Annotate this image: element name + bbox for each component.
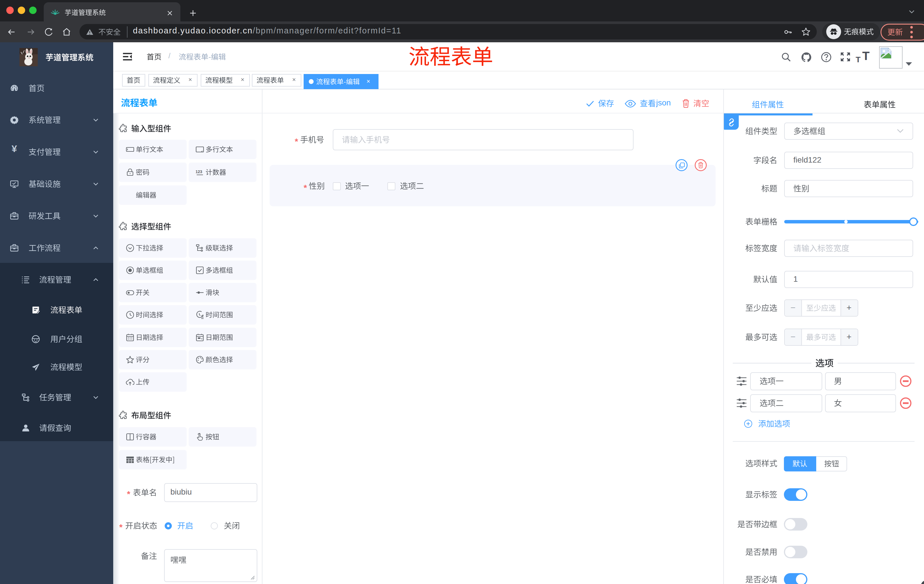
svg-text:123: 123 [196,169,202,174]
